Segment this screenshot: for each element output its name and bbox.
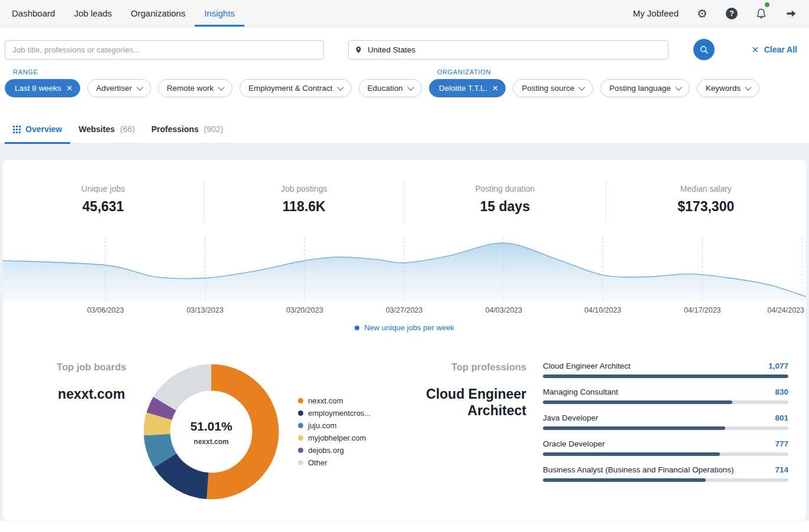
legend-dot-icon [298, 423, 303, 428]
my-jobfeed-menu[interactable]: My Jobfeed [633, 8, 679, 18]
search-button[interactable] [693, 39, 715, 60]
profession-row: Business Analyst (Business and Financial… [543, 465, 788, 482]
grid-icon [13, 126, 21, 133]
x-tick-label: 04/10/2023 [584, 306, 621, 314]
profession-count[interactable]: 714 [775, 465, 788, 474]
chip-label: Keywords [706, 84, 741, 93]
profession-row: Oracle Developer 777 [543, 439, 788, 456]
tab-label: Websites [78, 124, 114, 134]
profession-count[interactable]: 801 [775, 413, 788, 422]
chip-label: Deloitte T.T.L. [439, 84, 487, 93]
legend-dot-icon [298, 435, 303, 441]
nav-item-organizations[interactable]: Organizations [122, 0, 195, 27]
content-area: Unique jobs 45,631 Job postings 118.6K P… [0, 144, 809, 521]
profession-name: Managing Consultant [543, 387, 618, 396]
chip-label: Posting language [609, 84, 670, 93]
top-professions-list: Cloud Engineer Architect 1,077 Managing … [543, 362, 788, 491]
location-input[interactable] [366, 45, 662, 55]
chip-deloitte[interactable]: Deloitte T.T.L. × [429, 79, 506, 97]
chevron-down-icon [407, 84, 414, 90]
nav-right-tools: My Jobfeed ⚙ ? [633, 0, 798, 27]
tab-professions[interactable]: Professions (902) [143, 115, 231, 143]
chip-label: Education [368, 84, 403, 93]
chip-advertiser[interactable]: Advertiser [87, 79, 151, 97]
chip-label: Last 8 weeks [15, 84, 61, 93]
nav-item-insights[interactable]: Insights [195, 0, 244, 27]
range-filter-group: RANGE Last 8 weeks × [5, 68, 80, 97]
section-title: Top professions [375, 362, 526, 373]
chip-employment-contract[interactable]: Employment & Contract [240, 79, 352, 97]
logout-arrow-icon[interactable] [785, 7, 798, 20]
profession-bar-fill [543, 478, 706, 482]
profession-count[interactable]: 1,077 [768, 362, 788, 370]
tab-websites[interactable]: Websites (66) [70, 115, 143, 143]
profession-row: Java Developer 801 [543, 413, 788, 430]
legend-dot-icon [298, 398, 303, 403]
filter-chip-row: RANGE Last 8 weeks × Advertiser Remote w… [0, 60, 809, 97]
overview-card: Unique jobs 45,631 Job postings 118.6K P… [3, 160, 806, 521]
x-tick-label: 03/06/2023 [87, 306, 124, 314]
chip-label: Posting source [522, 84, 574, 93]
legend-item: employmentcros... [298, 407, 371, 419]
profession-bar-track [543, 400, 788, 404]
tab-count: (902) [204, 124, 224, 134]
legend-dot-icon [298, 448, 303, 453]
chip-keywords[interactable]: Keywords [697, 79, 759, 97]
profession-count[interactable]: 777 [775, 439, 788, 448]
job-boards-donut-chart: 51.01% nexxt.com [143, 364, 279, 500]
chip-remote-work[interactable]: Remote work [158, 79, 233, 97]
profession-bar-track [543, 478, 788, 482]
trend-legend: New unique jobs per week [3, 323, 806, 332]
legend-item: nexxt.com [298, 395, 371, 407]
x-tick-label: 04/24/2023 [767, 306, 804, 314]
jobs-trend-chart: 03/06/202303/13/202303/20/202303/27/2023… [3, 231, 806, 332]
top-profession-name: Cloud Engineer Architect [375, 386, 526, 419]
x-tick-label: 03/27/2023 [386, 306, 423, 314]
nav-item-job-leads[interactable]: Job leads [64, 0, 121, 27]
tab-overview[interactable]: Overview [5, 115, 70, 143]
legend-dot-icon [355, 326, 359, 330]
profession-name: Oracle Developer [543, 439, 605, 448]
chip-posting-source[interactable]: Posting source [513, 79, 593, 97]
remove-filter-icon[interactable]: × [67, 83, 73, 93]
trend-area [3, 243, 806, 301]
search-icon [699, 45, 709, 55]
legend-label: juju.com [308, 421, 336, 430]
stat-label: Job postings [204, 184, 405, 193]
tab-label: Overview [25, 124, 62, 134]
help-icon[interactable]: ? [726, 8, 738, 19]
kpi-stats-row: Unique jobs 45,631 Job postings 118.6K P… [3, 179, 806, 223]
profession-name: Cloud Engineer Architect [543, 362, 631, 370]
profession-name: Java Developer [543, 413, 598, 422]
stat-posting-duration: Posting duration 15 days [404, 179, 605, 223]
results-tabs: Overview Websites (66) Professions (902) [0, 115, 809, 144]
top-professions-header: Top professions Cloud Engineer Architect [375, 362, 526, 419]
nav-item-dashboard[interactable]: Dashboard [2, 0, 64, 27]
organization-label: ORGANIZATION [437, 68, 506, 75]
donut-center-label: 51.01% nexxt.com [143, 419, 279, 446]
donut-legend: nexxt.com employmentcros... juju.com myj… [298, 395, 371, 469]
profession-row: Cloud Engineer Architect 1,077 [543, 362, 788, 378]
profession-count[interactable]: 830 [775, 387, 788, 396]
profession-bar-track [543, 452, 788, 456]
x-tick-label: 04/17/2023 [684, 306, 721, 314]
clear-all-filters[interactable]: × Clear All [752, 44, 797, 55]
top-job-board-name: nexxt.com [21, 386, 162, 402]
clear-all-x-icon: × [752, 44, 759, 55]
remove-filter-icon[interactable]: × [492, 83, 498, 93]
organization-filter-group: ORGANIZATION Deloitte T.T.L. × [429, 68, 506, 97]
donut-percentage: 51.01% [143, 419, 279, 434]
chevron-down-icon [675, 84, 682, 90]
location-pin-icon [355, 45, 362, 54]
chip-posting-language[interactable]: Posting language [600, 79, 689, 97]
profession-row: Managing Consultant 830 [543, 387, 788, 404]
stat-label: Unique jobs [3, 184, 204, 193]
notifications-bell-icon[interactable] [755, 7, 768, 20]
settings-gear-icon[interactable]: ⚙ [696, 7, 709, 20]
profession-bar-fill [543, 452, 720, 456]
keyword-search-input[interactable] [5, 40, 324, 60]
chip-last-8-weeks[interactable]: Last 8 weeks × [5, 79, 80, 97]
location-field[interactable] [348, 40, 669, 60]
chip-education[interactable]: Education [359, 79, 422, 97]
legend-label: nexxt.com [308, 396, 343, 405]
